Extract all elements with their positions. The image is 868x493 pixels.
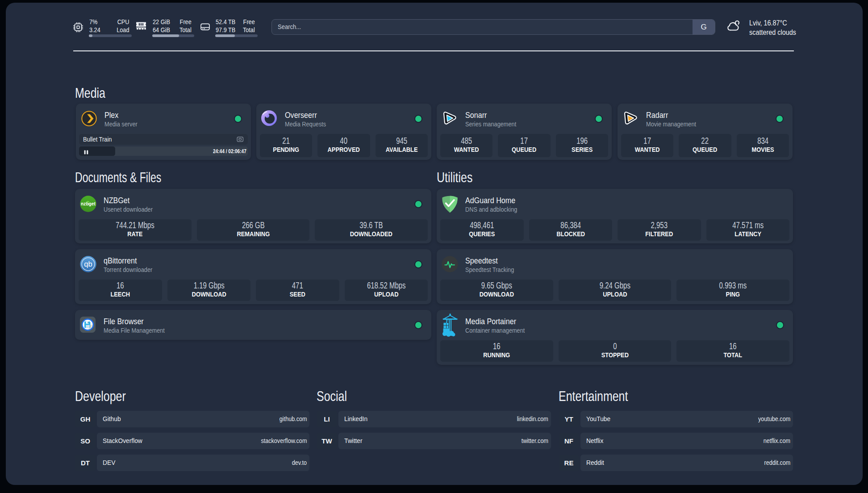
svg-text:qb: qb [84, 260, 92, 268]
svg-text:nzbget: nzbget [81, 201, 96, 206]
